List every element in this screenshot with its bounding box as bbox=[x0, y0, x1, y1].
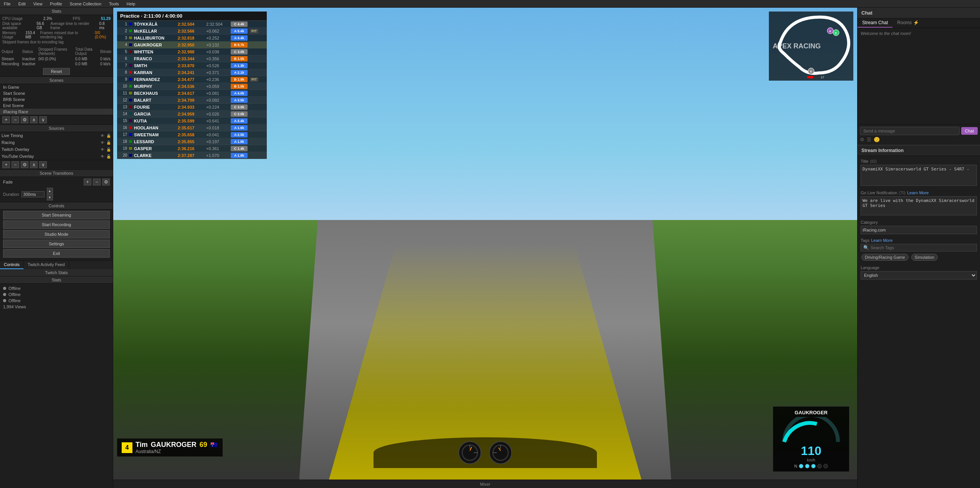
transition-settings-btn[interactable]: ⚙ bbox=[102, 179, 110, 185]
duration-up-btn[interactable]: ▲ bbox=[47, 188, 53, 194]
go-live-learn-more[interactable]: Learn More bbox=[907, 190, 929, 195]
source-twitch-overlay[interactable]: Twitch Overlay 👁 🔓 bbox=[0, 146, 113, 153]
memory-label: Memory Usage bbox=[2, 31, 25, 39]
duration-input[interactable] bbox=[21, 191, 45, 197]
menu-scene-collection[interactable]: Scene Collection bbox=[68, 2, 103, 6]
tab-twitch-activity[interactable]: Twitch Activity Feed bbox=[24, 261, 69, 269]
lb-pos-18: 18 bbox=[119, 139, 127, 144]
sources-remove-btn[interactable]: − bbox=[12, 161, 19, 168]
source-youtube-lock[interactable]: 🔓 bbox=[106, 154, 111, 159]
duration-down-btn[interactable]: ▼ bbox=[47, 194, 53, 200]
source-live-timing-eye[interactable]: 👁 bbox=[100, 133, 105, 138]
menu-tools[interactable]: Tools bbox=[107, 2, 121, 6]
menu-profile[interactable]: Profile bbox=[48, 2, 63, 6]
scene-iracing[interactable]: iRacing Race bbox=[0, 109, 113, 115]
lb-delta-6: +0.356 bbox=[206, 56, 229, 61]
menu-edit[interactable]: Edit bbox=[17, 2, 27, 6]
scenes-add-btn[interactable]: + bbox=[2, 116, 10, 123]
scene-in-game[interactable]: In Game bbox=[0, 84, 113, 90]
studio-mode-btn[interactable]: Studio Mode bbox=[3, 230, 110, 238]
settings-icon[interactable]: ⚙ bbox=[860, 137, 864, 142]
scene-end[interactable]: End Scene bbox=[0, 103, 113, 109]
category-input[interactable] bbox=[861, 226, 977, 234]
tags-learn-more[interactable]: Learn More bbox=[871, 238, 892, 243]
source-live-timing-lock[interactable]: 🔓 bbox=[106, 133, 111, 138]
menu-view[interactable]: View bbox=[32, 2, 44, 6]
frames-missed-value: 0/0 (0.0%) bbox=[95, 31, 111, 39]
chat-message-input[interactable] bbox=[860, 127, 960, 135]
speedo-driver-name: GAUKROGER bbox=[776, 410, 846, 415]
lb-name-6: FRANCO bbox=[134, 56, 176, 61]
video-preview[interactable]: Practice · 2:11:00 / 4:00:00 1 TÖYKKÄLÄ … bbox=[113, 8, 857, 480]
sources-up-btn[interactable]: ∧ bbox=[30, 161, 38, 168]
chat-send-button[interactable]: Chat bbox=[961, 127, 978, 135]
output-col-total: Total Data Output bbox=[74, 46, 99, 56]
lb-row-17: 17 SWEETNAM 2:35.658 +0.041 A 2.5k bbox=[117, 131, 267, 138]
scenes-remove-btn[interactable]: − bbox=[12, 116, 19, 123]
emoji-icon[interactable]: 🙂 bbox=[874, 137, 880, 142]
scenes-down-btn[interactable]: ∨ bbox=[39, 116, 47, 123]
scene-brb[interactable]: BRB Scene bbox=[0, 96, 113, 103]
lb-name-5: WHITTEN bbox=[134, 50, 176, 54]
scene-start[interactable]: Start Scene bbox=[0, 90, 113, 96]
sources-add-btn[interactable]: + bbox=[2, 161, 10, 168]
lb-pos-19: 19 bbox=[119, 146, 127, 151]
source-twitch-lock[interactable]: 🔓 bbox=[106, 147, 111, 152]
menu-bar: File Edit View Profile Scene Collection … bbox=[0, 0, 980, 8]
stats-section-title: Stats bbox=[0, 8, 113, 15]
lb-pos-13: 13 bbox=[119, 105, 127, 109]
lb-row-15: 15 KUTIA 2:35.599 +0.641 A 2.4k bbox=[117, 117, 267, 124]
source-racing[interactable]: Racing 👁 🔓 bbox=[0, 139, 113, 146]
right-panel: Chat Stream Chat Rooms ⚡ Welcome to the … bbox=[857, 8, 980, 488]
cpu-value: 2.3% bbox=[43, 17, 52, 21]
stat-label-0: Offline bbox=[8, 286, 21, 291]
menu-file[interactable]: File bbox=[2, 2, 12, 6]
source-racing-eye[interactable]: 👁 bbox=[100, 140, 105, 145]
scenes-up-btn[interactable]: ∧ bbox=[30, 116, 38, 123]
go-live-label: Go Live Notification bbox=[861, 190, 897, 195]
tab-stream-chat[interactable]: Stream Chat bbox=[858, 18, 892, 28]
reset-button[interactable]: Reset bbox=[43, 68, 70, 75]
output-col-dropped: Dropped Frames (Network) bbox=[37, 46, 74, 56]
lb-name-3: HALLIBURTON bbox=[134, 36, 176, 40]
scenes-settings-btn[interactable]: ⚙ bbox=[21, 116, 28, 123]
lb-flag-7 bbox=[129, 64, 132, 67]
controls-section: Controls Start Streaming Start Recording… bbox=[0, 202, 113, 260]
lb-flag-10 bbox=[129, 85, 132, 88]
gauge-cluster bbox=[373, 437, 597, 468]
driver-lastname: GAUKROGER bbox=[151, 441, 197, 449]
source-live-timing[interactable]: Live Timing 👁 🔓 bbox=[0, 132, 113, 139]
source-racing-lock[interactable]: 🔓 bbox=[106, 140, 111, 145]
language-select[interactable]: English bbox=[861, 271, 977, 280]
chat-tabs: Stream Chat Rooms ⚡ bbox=[858, 18, 980, 28]
list-icon[interactable]: ☰ bbox=[867, 137, 871, 142]
sources-controls: + − ⚙ ∧ ∨ bbox=[0, 160, 113, 169]
settings-btn[interactable]: Settings bbox=[3, 240, 110, 248]
transition-add-btn[interactable]: + bbox=[84, 179, 91, 185]
speedo-svg bbox=[780, 417, 842, 444]
tab-rooms[interactable]: Rooms ⚡ bbox=[892, 18, 923, 28]
source-youtube-overlay[interactable]: YouTube Overlay 👁 🔓 bbox=[0, 153, 113, 160]
sources-down-btn[interactable]: ∨ bbox=[39, 161, 47, 168]
lb-pos-10: 10 bbox=[119, 84, 127, 88]
lb-delta-2: +0.062 bbox=[206, 29, 229, 33]
go-live-textarea[interactable]: We are live with the DynamiXX Simracersw… bbox=[861, 196, 977, 215]
lb-rows: 1 TÖYKKÄLÄ 2:32.504 2:32.504 C 4.4k 2 Mc… bbox=[117, 21, 267, 159]
lb-pos-12: 12 bbox=[119, 98, 127, 102]
source-twitch-eye[interactable]: 👁 bbox=[100, 147, 105, 152]
lb-row-8: 8 KARRAN 2:34.241 +0.371 A 2.1k bbox=[117, 69, 267, 76]
title-textarea[interactable]: DynamiXX Simracersworld GT Series - S4R7… bbox=[861, 165, 977, 186]
tab-controls[interactable]: Controls bbox=[0, 261, 24, 269]
tag-search-input[interactable] bbox=[871, 245, 974, 250]
lb-name-7: SMITH bbox=[134, 63, 176, 68]
source-youtube-eye[interactable]: 👁 bbox=[100, 154, 105, 159]
sources-settings-btn[interactable]: ⚙ bbox=[21, 161, 28, 168]
start-streaming-btn[interactable]: Start Streaming bbox=[3, 211, 110, 219]
lb-pos-1: 1 bbox=[119, 22, 127, 26]
start-recording-btn[interactable]: Start Recording bbox=[3, 220, 110, 229]
menu-help[interactable]: Help bbox=[125, 2, 137, 6]
scenes-controls: + − ⚙ ∧ ∨ bbox=[0, 115, 113, 124]
lb-name-9: FERNANDEZ bbox=[134, 77, 176, 82]
transition-remove-btn[interactable]: − bbox=[93, 179, 101, 185]
exit-btn[interactable]: Exit bbox=[3, 249, 110, 258]
